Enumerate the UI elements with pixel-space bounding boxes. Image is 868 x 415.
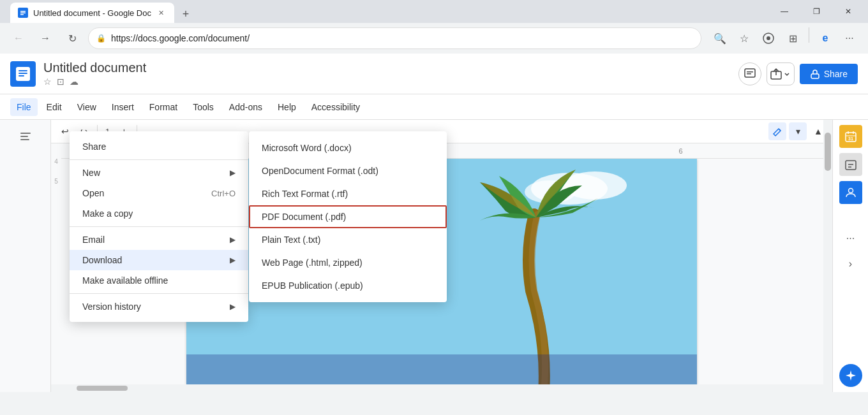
download-pdf[interactable]: PDF Document (.pdf) xyxy=(249,205,447,228)
star-icon[interactable]: ☆ xyxy=(733,27,755,49)
svg-point-5 xyxy=(767,36,770,40)
download-epub-label: EPUB Publication (.epub) xyxy=(262,280,363,291)
dropdown-divider-2 xyxy=(70,226,248,227)
download-epub[interactable]: EPUB Publication (.epub) xyxy=(249,274,447,297)
svg-point-34 xyxy=(848,189,853,193)
contact-icon[interactable] xyxy=(839,181,862,204)
svg-rect-17 xyxy=(20,139,29,140)
file-email-item[interactable]: Email ▶ xyxy=(70,229,248,250)
ai-icon[interactable] xyxy=(839,364,862,387)
zoom-icon[interactable]: 🔍 xyxy=(709,27,731,49)
menu-tools[interactable]: Tools xyxy=(186,98,220,116)
svg-rect-31 xyxy=(846,161,856,170)
bottom-right-icons: ··· › xyxy=(839,227,862,275)
download-txt-label: Plain Text (.txt) xyxy=(262,235,320,245)
menu-edit[interactable]: Edit xyxy=(40,98,68,116)
move-icon[interactable]: ⊡ xyxy=(57,76,64,87)
favorite-icon[interactable]: ☆ xyxy=(43,76,52,87)
horizontal-scrollbar-thumb[interactable] xyxy=(77,386,128,391)
docs-title: Untitled document xyxy=(43,61,146,75)
svg-rect-1 xyxy=(20,11,26,12)
svg-text:31: 31 xyxy=(848,136,853,141)
svg-rect-7 xyxy=(19,70,27,71)
download-rtf[interactable]: Rich Text Format (.rtf) xyxy=(249,182,447,205)
download-odt[interactable]: OpenDocument Format (.odt) xyxy=(249,159,447,182)
file-new-item[interactable]: New ▶ xyxy=(70,163,248,183)
edit-pencil-button[interactable] xyxy=(768,122,786,140)
active-tab[interactable]: Untitled document - Google Doc ✕ xyxy=(10,3,174,23)
file-version-item[interactable]: Version history ▶ xyxy=(70,296,248,317)
vertical-scrollbar-thumb[interactable] xyxy=(825,133,831,171)
horizontal-scrollbar[interactable] xyxy=(51,384,832,392)
calendar-icon[interactable]: 31 xyxy=(839,125,862,148)
svg-rect-12 xyxy=(747,73,751,75)
refresh-button[interactable]: ↻ xyxy=(61,27,83,49)
svg-rect-2 xyxy=(20,13,26,14)
file-download-item[interactable]: Download ▶ xyxy=(70,250,248,270)
download-arrow-icon: ▶ xyxy=(230,256,236,265)
download-txt[interactable]: Plain Text (.txt) xyxy=(249,228,447,251)
collections-icon[interactable]: ⊞ xyxy=(782,27,804,49)
tab-close-button[interactable]: ✕ xyxy=(156,8,167,18)
file-open-item[interactable]: Open Ctrl+O xyxy=(70,183,248,203)
version-arrow-icon: ▶ xyxy=(230,302,236,311)
docs-logo xyxy=(10,61,36,87)
minimize-button[interactable]: — xyxy=(770,1,799,22)
expand-right-button[interactable]: › xyxy=(839,252,862,275)
new-tab-button[interactable]: + xyxy=(177,5,195,23)
outline-icon[interactable] xyxy=(14,125,37,148)
nav-divider xyxy=(809,27,809,43)
more-button[interactable]: ··· xyxy=(839,27,860,49)
menu-file[interactable]: File xyxy=(10,98,38,116)
docs-header-right: Share xyxy=(738,62,858,85)
extensions-icon[interactable] xyxy=(758,27,779,49)
file-share-label: Share xyxy=(82,142,106,152)
file-share-item[interactable]: Share xyxy=(70,136,248,157)
publish-button[interactable] xyxy=(767,62,795,85)
download-html-label: Web Page (.html, zipped) xyxy=(262,258,363,268)
close-button[interactable]: ✕ xyxy=(834,1,863,22)
menu-addons[interactable]: Add-ons xyxy=(223,98,269,116)
right-sidebar: 31 ··· › xyxy=(832,120,868,392)
back-button[interactable]: ← xyxy=(8,27,29,49)
svg-rect-25 xyxy=(186,354,697,384)
file-copy-item[interactable]: Make a copy xyxy=(70,203,248,224)
menu-insert[interactable]: Insert xyxy=(105,98,140,116)
file-offline-item[interactable]: Make available offline xyxy=(70,270,248,291)
vertical-ruler: 4 5 xyxy=(51,145,61,384)
sparkle-icon[interactable] xyxy=(839,364,862,387)
svg-rect-14 xyxy=(811,74,819,78)
maximize-button[interactable]: ❐ xyxy=(802,1,831,22)
svg-rect-9 xyxy=(19,75,24,76)
docs-title-area: Untitled document ☆ ⊡ ☁ xyxy=(43,61,146,87)
address-bar[interactable]: 🔒 https://docs.google.com/document/ xyxy=(88,27,701,49)
comment-button[interactable] xyxy=(738,62,761,85)
download-docx[interactable]: Microsoft Word (.docx) xyxy=(249,136,447,159)
file-download-label: Download xyxy=(82,255,122,265)
three-dots-button[interactable]: ··· xyxy=(839,227,862,250)
file-email-label: Email xyxy=(82,235,105,245)
svg-rect-10 xyxy=(745,69,755,77)
vertical-scrollbar[interactable] xyxy=(823,120,832,384)
forward-button[interactable]: → xyxy=(34,27,56,49)
svg-rect-3 xyxy=(20,14,24,15)
menu-help[interactable]: Help xyxy=(271,98,303,116)
file-version-label: Version history xyxy=(82,302,141,312)
doc-left-panel xyxy=(0,120,51,392)
svg-rect-15 xyxy=(20,133,31,134)
dropdown-divider-3 xyxy=(70,293,248,294)
title-bar: Untitled document - Google Doc ✕ + — ❐ ✕ xyxy=(0,0,868,23)
menu-view[interactable]: View xyxy=(71,98,103,116)
download-odt-label: OpenDocument Format (.odt) xyxy=(262,166,378,176)
menu-format[interactable]: Format xyxy=(143,98,184,116)
svg-line-18 xyxy=(779,129,781,131)
dropdown-arrow-button[interactable]: ▾ xyxy=(789,122,807,140)
menu-accessibility[interactable]: Accessibility xyxy=(305,98,366,116)
window-controls: — ❐ ✕ xyxy=(770,1,863,22)
edge-icon[interactable]: e xyxy=(814,27,836,49)
share-button[interactable]: Share xyxy=(800,64,858,84)
file-open-label: Open xyxy=(82,188,104,198)
download-html[interactable]: Web Page (.html, zipped) xyxy=(249,251,447,274)
tasks-icon[interactable] xyxy=(839,153,862,176)
cloud-icon[interactable]: ☁ xyxy=(70,76,79,87)
